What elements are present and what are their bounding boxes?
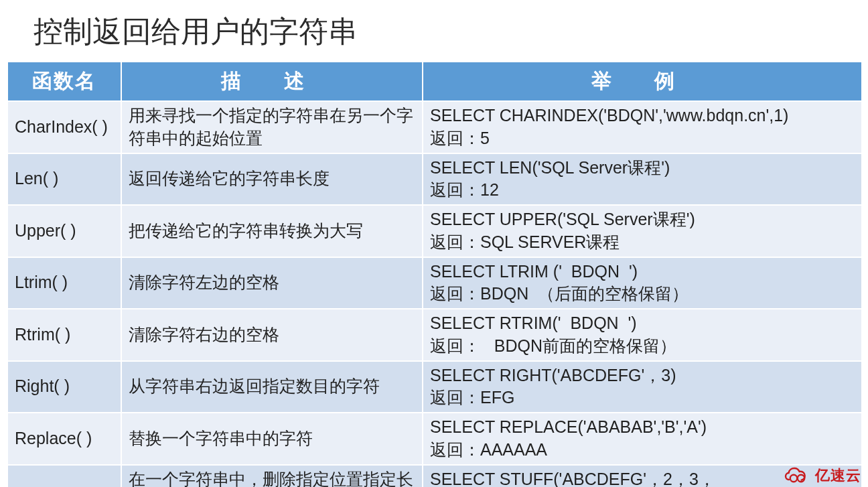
table-row: Upper( ) 把传递给它的字符串转换为大写 SELECT UPPER('SQ… [7,205,862,257]
cell-desc: 用来寻找一个指定的字符串在另一个字符串中的起始位置 [121,101,423,153]
brand-text: 亿速云 [815,466,861,486]
function-table: 函数名 描 述 举 例 CharIndex( ) 用来寻找一个指定的字符串在另一… [7,61,863,487]
table-row: CharIndex( ) 用来寻找一个指定的字符串在另一个字符串中的起始位置 S… [7,101,862,153]
cell-desc: 在一个字符串中，删除指定位置指定长度的字符串，并在该位置插入一个新的字符串 [121,465,423,488]
cell-name: Replace( ) [7,413,121,465]
cell-desc: 清除字符左边的空格 [121,257,423,309]
cell-name: CharIndex( ) [7,101,121,153]
table-row: Ltrim( ) 清除字符左边的空格 SELECT LTRIM (' BDQN … [7,257,862,309]
cell-name: Stuff( ) [7,465,121,488]
table-row: Right( ) 从字符串右边返回指定数目的字符 SELECT RIGHT('A… [7,361,862,413]
cell-example: SELECT LTRIM (' BDQN ') 返回：BDQN （后面的空格保留… [423,257,862,309]
cloud-icon [784,467,811,484]
header-desc: 描 述 [121,62,423,101]
cell-example: SELECT LEN('SQL Server课程') 返回：12 [423,153,862,206]
page-title: 控制返回给用户的字符串 [0,0,868,61]
header-name: 函数名 [7,62,121,101]
cell-name: Ltrim( ) [7,257,121,309]
cell-name: Upper( ) [7,205,121,257]
table-row: Rtrim( ) 清除字符右边的空格 SELECT RTRIM(' BDQN '… [7,309,862,361]
cell-example: SELECT RIGHT('ABCDEFG'，3) 返回：EFG [423,361,862,413]
cell-desc: 从字符串右边返回指定数目的字符 [121,361,423,413]
table-row: Len( ) 返回传递给它的字符串长度 SELECT LEN('SQL Serv… [7,153,862,206]
table-header-row: 函数名 描 述 举 例 [7,62,862,101]
cell-example: SELECT CHARINDEX('BDQN','www.bdqn.cn',1)… [423,101,862,153]
cell-example: SELECT REPLACE('ABABAB','B','A') 返回：AAAA… [423,413,862,465]
table-row: Stuff( ) 在一个字符串中，删除指定位置指定长度的字符串，并在该位置插入一… [7,465,862,488]
cell-name: Len( ) [7,153,121,206]
cell-desc: 替换一个字符串中的字符 [121,413,423,465]
cell-example: SELECT RTRIM(' BDQN ') 返回： BDQN前面的空格保留） [423,309,862,361]
cell-desc: 清除字符右边的空格 [121,309,423,361]
cell-example: SELECT UPPER('SQL Server课程') 返回：SQL SERV… [423,205,862,257]
svg-point-0 [790,475,797,482]
brand-logo: 亿速云 [784,466,861,486]
cell-desc: 把传递给它的字符串转换为大写 [121,205,423,257]
header-example: 举 例 [423,62,862,101]
cell-desc: 返回传递给它的字符串长度 [121,153,423,206]
cell-name: Rtrim( ) [7,309,121,361]
table-row: Replace( ) 替换一个字符串中的字符 SELECT REPLACE('A… [7,413,862,465]
cell-name: Right( ) [7,361,121,413]
